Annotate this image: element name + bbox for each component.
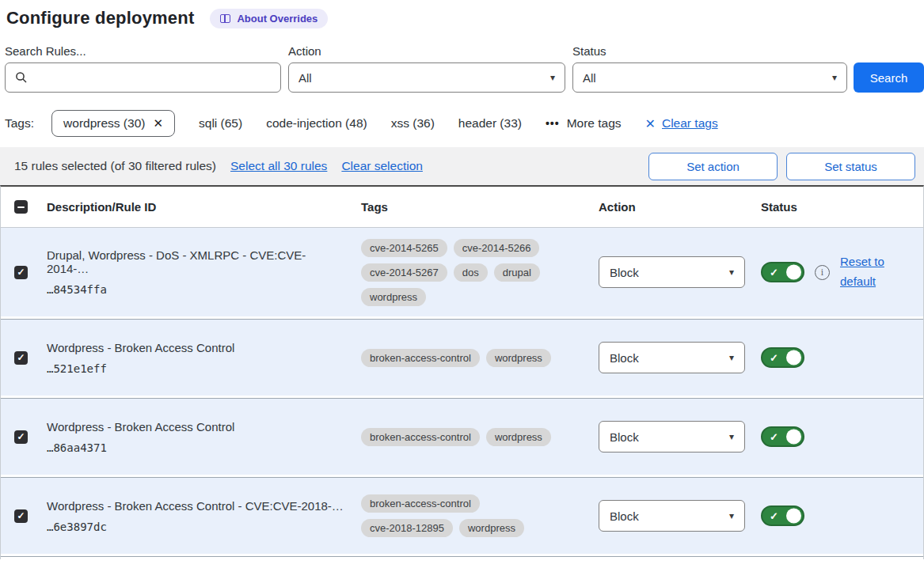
row-checkbox[interactable]: ✓ bbox=[14, 266, 28, 279]
status-toggle[interactable]: ✓ bbox=[761, 506, 804, 526]
tag-option-header[interactable]: header (33) bbox=[458, 116, 522, 131]
filters-row: Search Rules... Action All ▾ Status All … bbox=[0, 44, 924, 93]
column-action: Action bbox=[592, 200, 755, 214]
rule-id: …521e1eff bbox=[47, 362, 347, 375]
tag-chip: cve-2018-12895 bbox=[361, 519, 453, 537]
remove-tag-icon[interactable]: ✕ bbox=[153, 116, 163, 131]
rule-description: Drupal, Wordpress - DoS - XMLRPC - CVE:C… bbox=[47, 248, 347, 275]
rule-id: …86aa4371 bbox=[47, 441, 347, 454]
check-icon: ✓ bbox=[770, 510, 778, 522]
bulk-action-buttons: Set action Set status bbox=[648, 153, 915, 180]
chevron-down-icon: ▾ bbox=[729, 510, 734, 521]
book-icon bbox=[220, 14, 230, 23]
row-checkbox[interactable]: ✓ bbox=[14, 430, 28, 444]
action-select[interactable]: Block ▾ bbox=[599, 500, 745, 532]
status-filter-value: All bbox=[583, 71, 596, 85]
set-status-button[interactable]: Set status bbox=[786, 153, 915, 180]
table-row: ✓ Wordpress - Broken Access Control - CV… bbox=[1, 477, 923, 554]
about-overrides-label: About Overrides bbox=[237, 13, 318, 25]
page-header: Configure deployment About Overrides bbox=[0, 0, 924, 28]
check-icon: ✓ bbox=[17, 353, 25, 362]
select-all-checkbox[interactable] bbox=[14, 200, 28, 214]
configure-deployment-page: Configure deployment About Overrides Sea… bbox=[0, 0, 924, 568]
action-value: Block bbox=[610, 430, 639, 444]
set-action-button[interactable]: Set action bbox=[648, 153, 778, 180]
check-icon: ✓ bbox=[770, 431, 778, 443]
page-title: Configure deployment bbox=[6, 8, 194, 28]
ellipsis-icon: ••• bbox=[546, 117, 560, 130]
status-toggle[interactable]: ✓ bbox=[761, 347, 804, 368]
tag-chip: wordpress bbox=[486, 349, 551, 367]
search-button[interactable]: Search bbox=[854, 62, 924, 93]
more-tags-button[interactable]: ••• More tags bbox=[546, 116, 622, 131]
check-icon: ✓ bbox=[17, 511, 25, 521]
table-row: ✓ Drupal, Wordpress - DoS - XMLRPC - CVE… bbox=[1, 228, 923, 316]
tag-chip: broken-access-control bbox=[361, 428, 480, 446]
selected-tag-label: wordpress (30) bbox=[63, 116, 145, 131]
tag-chip: drupal bbox=[494, 263, 540, 282]
more-tags-label: More tags bbox=[567, 116, 622, 131]
status-toggle[interactable]: ✓ bbox=[761, 262, 804, 282]
tag-chip: cve-2014-5265 bbox=[361, 239, 447, 257]
toggle-knob bbox=[786, 430, 801, 445]
table-header: Description/Rule ID Tags Action Status bbox=[1, 187, 923, 228]
chevron-down-icon: ▾ bbox=[729, 352, 734, 363]
about-overrides-badge[interactable]: About Overrides bbox=[210, 9, 328, 28]
action-filter-label: Action bbox=[288, 44, 565, 58]
row-checkbox[interactable]: ✓ bbox=[14, 509, 28, 523]
search-rules-group: Search Rules... bbox=[5, 44, 281, 93]
rule-description: Wordpress - Broken Access Control bbox=[47, 341, 347, 354]
toggle-knob bbox=[786, 265, 801, 280]
rule-tags: broken-access-control wordpress bbox=[355, 339, 563, 377]
action-select[interactable]: Block ▾ bbox=[599, 256, 745, 288]
action-value: Block bbox=[610, 351, 639, 365]
tag-chip: broken-access-control bbox=[361, 494, 480, 513]
check-icon: ✓ bbox=[770, 352, 778, 364]
action-value: Block bbox=[610, 266, 639, 279]
chevron-down-icon: ▾ bbox=[729, 431, 734, 442]
tag-chip: wordpress bbox=[361, 288, 426, 306]
info-icon[interactable]: i bbox=[815, 265, 830, 280]
rule-tags: broken-access-control wordpress bbox=[355, 418, 563, 456]
search-icon bbox=[15, 71, 28, 84]
action-select[interactable]: Block ▾ bbox=[599, 421, 745, 453]
toggle-knob bbox=[786, 350, 801, 365]
selected-tag-wordpress[interactable]: wordpress (30) ✕ bbox=[51, 110, 175, 137]
column-tags: Tags bbox=[355, 200, 592, 214]
rule-description: Wordpress - Broken Access Control - CVE:… bbox=[47, 499, 347, 513]
tag-chip: cve-2014-5267 bbox=[361, 263, 447, 282]
selection-bar: 15 rules selected (of 30 filtered rules)… bbox=[0, 147, 924, 185]
action-select[interactable]: Block ▾ bbox=[599, 342, 745, 373]
tag-chip: wordpress bbox=[459, 519, 524, 537]
select-all-rules-link[interactable]: Select all 30 rules bbox=[230, 159, 327, 173]
tag-chip: cve-2014-5266 bbox=[454, 239, 540, 257]
reset-to-default-link[interactable]: Reset to default bbox=[840, 252, 892, 292]
table-bottom-border bbox=[1, 556, 923, 559]
rule-id: …6e3897dc bbox=[47, 521, 347, 533]
check-icon: ✓ bbox=[770, 267, 778, 278]
chevron-down-icon: ▾ bbox=[729, 267, 734, 278]
action-filter-value: All bbox=[298, 71, 312, 85]
tag-chip: wordpress bbox=[486, 428, 551, 446]
row-checkbox[interactable]: ✓ bbox=[14, 351, 28, 365]
close-icon: ✕ bbox=[645, 116, 656, 131]
tag-option-sqli[interactable]: sqli (65) bbox=[199, 116, 242, 131]
tag-chip: dos bbox=[454, 263, 488, 282]
status-toggle[interactable]: ✓ bbox=[761, 426, 804, 447]
check-icon: ✓ bbox=[17, 432, 25, 441]
indeterminate-icon bbox=[17, 206, 25, 208]
action-filter-group: Action All ▾ bbox=[288, 44, 565, 93]
clear-tags-button[interactable]: ✕ Clear tags bbox=[645, 116, 718, 131]
tags-bar: Tags: wordpress (30) ✕ sqli (65) code-in… bbox=[5, 110, 924, 137]
clear-selection-link[interactable]: Clear selection bbox=[341, 159, 423, 173]
selection-summary: 15 rules selected (of 30 filtered rules) bbox=[14, 159, 216, 173]
action-filter-select[interactable]: All ▾ bbox=[288, 62, 565, 93]
search-rules-input[interactable] bbox=[5, 62, 281, 93]
tag-chip: broken-access-control bbox=[361, 349, 480, 367]
tags-label: Tags: bbox=[5, 116, 34, 131]
tag-option-code-injection[interactable]: code-injection (48) bbox=[266, 116, 367, 131]
search-rules-label: Search Rules... bbox=[5, 44, 281, 58]
clear-tags-label[interactable]: Clear tags bbox=[662, 116, 718, 131]
status-filter-select[interactable]: All ▾ bbox=[572, 62, 847, 93]
tag-option-xss[interactable]: xss (36) bbox=[391, 116, 435, 131]
